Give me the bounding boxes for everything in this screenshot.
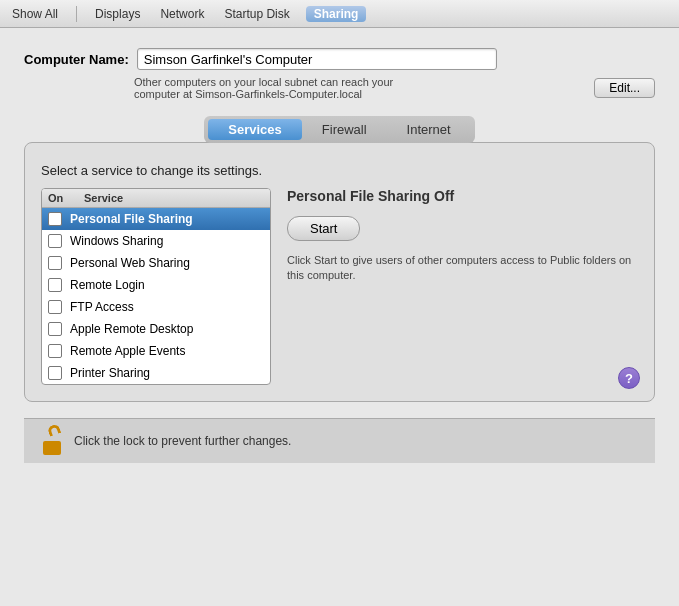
service-detail: Personal File Sharing Off Start Click St…: [287, 188, 638, 385]
service-name-6: Remote Apple Events: [70, 344, 185, 358]
service-status-title: Personal File Sharing Off: [287, 188, 638, 204]
service-name-0: Personal File Sharing: [70, 212, 193, 226]
list-header-on: On: [48, 192, 84, 204]
list-item[interactable]: Printer Sharing: [42, 362, 270, 384]
service-detail-description: Click Start to give users of other compu…: [287, 253, 638, 284]
toolbar: Show All Displays Network Startup Disk S…: [0, 0, 679, 28]
service-name-3: Remote Login: [70, 278, 145, 292]
start-button[interactable]: Start: [287, 216, 360, 241]
edit-button[interactable]: Edit...: [594, 78, 655, 98]
list-item[interactable]: Remote Login: [42, 274, 270, 296]
list-item[interactable]: Personal Web Sharing: [42, 252, 270, 274]
tab-services[interactable]: Services: [208, 119, 302, 140]
list-item[interactable]: Remote Apple Events: [42, 340, 270, 362]
computer-name-row: Computer Name:: [24, 48, 655, 70]
sharing-button[interactable]: Sharing: [306, 6, 367, 22]
network-button[interactable]: Network: [156, 6, 208, 22]
computer-name-label: Computer Name:: [24, 52, 129, 67]
service-checkbox-2[interactable]: [48, 256, 62, 270]
lock-icon[interactable]: [40, 427, 64, 455]
tab-panel-wrapper: Services Firewall Internet Select a serv…: [24, 116, 655, 402]
panel-instruction: Select a service to change its settings.: [41, 163, 638, 178]
service-checkbox-1[interactable]: [48, 234, 62, 248]
list-item[interactable]: FTP Access: [42, 296, 270, 318]
service-name-7: Printer Sharing: [70, 366, 150, 380]
service-checkbox-7[interactable]: [48, 366, 62, 380]
list-header: On Service: [42, 189, 270, 208]
list-item[interactable]: Personal File Sharing: [42, 208, 270, 230]
list-header-service: Service: [84, 192, 264, 204]
service-name-1: Windows Sharing: [70, 234, 163, 248]
service-name-4: FTP Access: [70, 300, 134, 314]
service-checkbox-3[interactable]: [48, 278, 62, 292]
computer-name-input[interactable]: [137, 48, 497, 70]
service-name-5: Apple Remote Desktop: [70, 322, 193, 336]
service-name-2: Personal Web Sharing: [70, 256, 190, 270]
service-checkbox-0[interactable]: [48, 212, 62, 226]
main-content: Computer Name: Other computers on your l…: [0, 28, 679, 606]
computer-name-description: Other computers on your local subnet can…: [134, 76, 584, 100]
services-panel: Select a service to change its settings.…: [24, 142, 655, 402]
lock-label: Click the lock to prevent further change…: [74, 434, 291, 448]
service-checkbox-4[interactable]: [48, 300, 62, 314]
lock-body: [43, 441, 61, 455]
bottom-bar: Click the lock to prevent further change…: [24, 418, 655, 463]
show-all-button[interactable]: Show All: [8, 6, 62, 22]
services-area: On Service Personal File Sharing Windows…: [41, 188, 638, 385]
computer-name-desc: Other computers on your local subnet can…: [134, 76, 655, 100]
lock-shackle: [47, 423, 62, 437]
list-item[interactable]: Apple Remote Desktop: [42, 318, 270, 340]
tab-bar: Services Firewall Internet: [204, 116, 474, 143]
services-list-container: On Service Personal File Sharing Windows…: [41, 188, 271, 385]
tab-internet[interactable]: Internet: [387, 119, 471, 140]
help-button[interactable]: ?: [618, 367, 640, 389]
service-checkbox-6[interactable]: [48, 344, 62, 358]
displays-button[interactable]: Displays: [91, 6, 144, 22]
startup-disk-button[interactable]: Startup Disk: [220, 6, 293, 22]
service-checkbox-5[interactable]: [48, 322, 62, 336]
tab-firewall[interactable]: Firewall: [302, 119, 387, 140]
toolbar-separator-1: [76, 6, 77, 22]
list-item[interactable]: Windows Sharing: [42, 230, 270, 252]
